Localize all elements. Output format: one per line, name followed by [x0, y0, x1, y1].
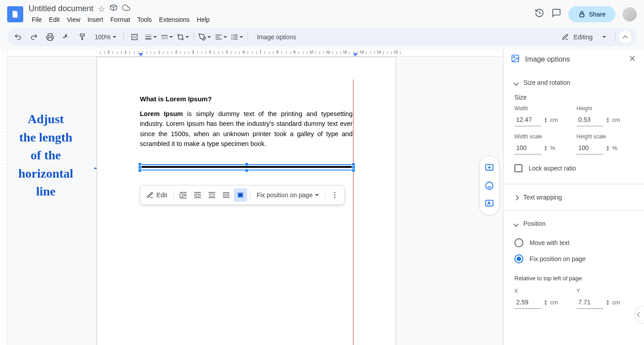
svg-rect-13 [167, 38, 168, 39]
height-label: Height [577, 105, 633, 112]
lock-aspect-ratio-checkbox[interactable]: Lock aspect ratio [514, 162, 633, 175]
relative-to-label: Relative to top left of page [514, 275, 633, 282]
y-input[interactable] [577, 296, 603, 309]
suggest-edits-button[interactable] [481, 195, 497, 212]
svg-rect-19 [233, 39, 238, 40]
docs-logo[interactable] [7, 6, 23, 22]
size-label: Size [514, 94, 633, 101]
text-wrapping-toggle[interactable]: Text wrapping [504, 190, 644, 205]
user-avatar[interactable] [623, 7, 637, 21]
svg-rect-20 [180, 192, 187, 193]
sidebar-title: Image options [525, 55, 623, 63]
cloud-status-icon[interactable] [122, 4, 130, 14]
image-icon [511, 54, 520, 65]
svg-rect-21 [180, 194, 183, 197]
svg-rect-24 [180, 198, 187, 199]
move-with-text-radio[interactable]: Move with text [514, 235, 633, 251]
svg-rect-17 [233, 35, 238, 36]
x-input[interactable] [514, 296, 541, 309]
svg-rect-16 [215, 39, 222, 40]
wrap-inline-button[interactable] [177, 188, 190, 202]
menu-insert[interactable]: Insert [84, 15, 106, 25]
svg-rect-0 [580, 14, 584, 17]
close-sidebar-button[interactable] [628, 54, 637, 65]
y-label: Y [577, 288, 633, 294]
document-page[interactable]: What is Lorem Ipsum? Lorem Ipsum is simp… [97, 57, 396, 345]
zoom-dropdown[interactable]: 100% [91, 33, 120, 41]
paint-format-button[interactable] [75, 30, 89, 44]
edit-image-button[interactable]: Edit [143, 189, 171, 201]
menu-file[interactable]: File [29, 15, 45, 25]
crop-rotate-button[interactable] [176, 30, 190, 44]
width-scale-label: Width scale [514, 133, 571, 140]
svg-point-43 [334, 192, 336, 193]
fix-position-radio[interactable]: Fix position on page [514, 251, 633, 267]
redo-button[interactable] [27, 30, 41, 44]
undo-button[interactable] [11, 30, 25, 44]
x-stepper[interactable]: ▲▼ [544, 299, 547, 306]
add-reaction-button[interactable] [481, 178, 497, 194]
vertical-ruler [0, 50, 7, 345]
y-stepper[interactable]: ▲▼ [606, 299, 610, 306]
svg-rect-23 [184, 195, 187, 196]
svg-rect-9 [161, 38, 162, 39]
svg-rect-3 [145, 37, 152, 37]
border-color-button[interactable] [127, 30, 142, 44]
height-stepper[interactable]: ▲▼ [606, 117, 610, 123]
break-text-button[interactable] [205, 188, 219, 202]
share-label: Share [589, 11, 606, 18]
menu-edit[interactable]: Edit [46, 15, 63, 25]
spellcheck-button[interactable] [59, 30, 73, 44]
width-scale-stepper[interactable]: ▲▼ [544, 145, 547, 151]
resize-handle-sw[interactable] [138, 169, 142, 172]
comments-icon[interactable] [551, 8, 561, 21]
add-comment-button[interactable] [481, 160, 497, 176]
resize-handle-se[interactable] [352, 169, 355, 172]
document-title[interactable]: Untitled document [29, 4, 93, 13]
line-spacing-button[interactable] [230, 30, 244, 44]
editing-mode-dropdown[interactable]: Editing [556, 33, 611, 41]
share-button[interactable]: Share [568, 6, 615, 22]
selected-image[interactable] [140, 164, 354, 170]
fix-position-dropdown[interactable]: Fix position on page [253, 189, 322, 201]
menu-format[interactable]: Format [107, 15, 133, 25]
history-icon[interactable] [535, 8, 544, 21]
menu-help[interactable]: Help [194, 15, 213, 25]
svg-rect-28 [200, 194, 201, 195]
star-icon[interactable]: ☆ [98, 4, 105, 14]
annotation-text: Adjustthe lengthof thehorizontalline [18, 110, 73, 201]
height-scale-stepper[interactable]: ▲▼ [606, 145, 610, 151]
svg-rect-10 [163, 38, 164, 39]
border-dash-button[interactable] [160, 30, 174, 44]
toolbar: 100% Image options Editing [7, 28, 637, 46]
width-stepper[interactable]: ▲▼ [544, 117, 547, 123]
height-scale-input[interactable] [577, 141, 603, 154]
behind-text-button[interactable] [219, 188, 233, 202]
front-text-button[interactable] [234, 188, 247, 202]
svg-rect-29 [194, 195, 196, 196]
highlight-button[interactable] [198, 30, 212, 44]
svg-point-47 [486, 182, 493, 190]
size-rotation-toggle[interactable]: Size and rotation [504, 75, 644, 90]
horizontal-ruler[interactable]: 21123456789101112131415 [7, 50, 503, 57]
menu-tools[interactable]: Tools [134, 15, 155, 25]
resize-handle-s[interactable] [245, 169, 248, 172]
svg-rect-14 [215, 35, 222, 36]
align-button[interactable] [214, 30, 228, 44]
resize-handle-n[interactable] [245, 162, 248, 166]
move-icon[interactable] [109, 4, 118, 14]
collapse-toolbar-button[interactable] [619, 31, 631, 43]
print-button[interactable] [43, 30, 57, 44]
border-weight-button[interactable] [143, 30, 158, 44]
svg-rect-37 [223, 195, 230, 195]
menu-extensions[interactable]: Extensions [156, 15, 193, 25]
svg-rect-33 [210, 194, 214, 196]
width-input[interactable] [514, 113, 541, 126]
image-options-button[interactable]: Image options [252, 33, 302, 41]
position-toggle[interactable]: Position [504, 216, 644, 231]
menu-view[interactable]: View [64, 15, 84, 25]
height-input[interactable] [577, 113, 603, 126]
more-options-button[interactable] [328, 188, 341, 202]
wrap-text-button[interactable] [191, 188, 204, 202]
width-scale-input[interactable] [514, 141, 541, 154]
